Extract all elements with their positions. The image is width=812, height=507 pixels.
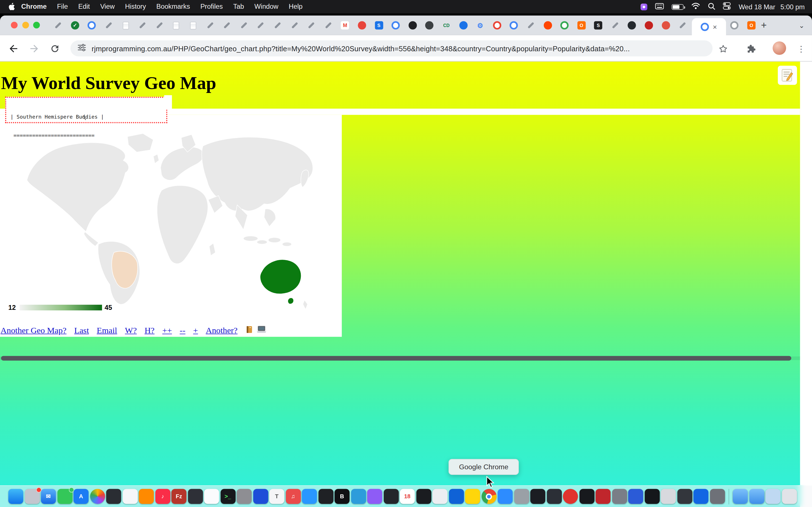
browser-tab[interactable] [607, 15, 624, 35]
site-settings-icon[interactable] [78, 43, 86, 54]
dock-icon[interactable] [514, 489, 529, 504]
browser-tab[interactable] [726, 15, 743, 35]
dock-podcasts[interactable] [367, 489, 382, 504]
back-button[interactable] [7, 43, 20, 55]
browser-tab[interactable]: O [573, 15, 590, 35]
browser-tab[interactable] [151, 15, 168, 35]
browser-tab[interactable] [50, 15, 66, 35]
browser-tab[interactable] [556, 15, 573, 35]
dock-icon[interactable] [547, 489, 562, 504]
menu-file[interactable]: File [52, 0, 73, 13]
tab-close-icon[interactable]: × [713, 23, 717, 31]
browser-tab[interactable]: CD [438, 15, 455, 35]
address-bar[interactable]: rjmprogramming.com.au/PHP/GeoChart/geo_c… [70, 40, 713, 56]
profile-avatar[interactable] [772, 41, 786, 55]
browser-tab[interactable] [168, 15, 185, 35]
browser-tab[interactable] [252, 15, 269, 35]
dock-icon[interactable] [122, 489, 137, 504]
zoom-window-button[interactable] [33, 22, 40, 29]
dock-icon[interactable] [204, 489, 219, 504]
dock-icon[interactable] [645, 489, 659, 504]
dock-icon[interactable] [677, 489, 692, 504]
dock-icon[interactable] [106, 489, 121, 504]
browser-tab[interactable] [202, 15, 218, 35]
control-center-icon[interactable] [723, 2, 731, 11]
dock-itunes[interactable]: ♫ [286, 489, 301, 504]
dock-terminal[interactable]: >_ [220, 489, 236, 504]
link-another[interactable]: Another? [206, 325, 238, 336]
dock-icon[interactable] [710, 489, 725, 504]
dock-zoom[interactable] [498, 489, 513, 504]
dock-icon[interactable] [449, 489, 464, 504]
dock-calendar[interactable]: 18 [400, 489, 415, 504]
menu-edit[interactable]: Edit [73, 0, 95, 13]
tab-search-button[interactable]: ⌄ [795, 18, 808, 32]
forward-button[interactable] [28, 43, 40, 55]
dock-photos[interactable] [90, 489, 105, 504]
dock-folder[interactable] [749, 489, 764, 504]
browser-tab[interactable] [624, 15, 641, 35]
dock-icon[interactable] [693, 489, 708, 504]
browser-tab[interactable] [100, 15, 117, 35]
menu-help[interactable]: Help [284, 0, 308, 13]
dock-icon[interactable] [530, 489, 545, 504]
dock-notes[interactable] [465, 489, 480, 504]
browser-tab[interactable]: S [370, 15, 388, 35]
dock-messages[interactable] [57, 489, 72, 504]
link-[interactable]: + [193, 325, 198, 336]
spotlight-search-icon[interactable] [708, 2, 716, 11]
active-tab[interactable]: × [692, 18, 726, 35]
horizontal-scrollbar-thumb[interactable] [1, 356, 792, 361]
url-text[interactable]: rjmprogramming.com.au/PHP/GeoChart/geo_c… [92, 44, 630, 52]
dock-icon[interactable] [253, 489, 268, 504]
browser-tab[interactable] [117, 15, 134, 35]
dock-icon[interactable] [628, 489, 643, 504]
extensions-icon[interactable] [745, 43, 757, 55]
browser-tab[interactable] [641, 15, 658, 35]
link-email[interactable]: Email [97, 325, 117, 336]
chrome-menu-icon[interactable]: ⋮ [796, 43, 806, 55]
dock-opera[interactable] [563, 489, 578, 504]
browser-tab[interactable] [421, 15, 438, 35]
browser-tab[interactable] [657, 15, 674, 35]
browser-tab[interactable] [522, 15, 539, 35]
dock-firefox[interactable] [139, 489, 154, 504]
menu-chrome[interactable]: Chrome [18, 0, 52, 13]
dock-icon[interactable] [237, 489, 252, 504]
dock-music[interactable]: ♪ [155, 489, 170, 504]
dock-app-store[interactable]: A [73, 489, 89, 504]
screen-share-status-icon[interactable] [641, 3, 648, 10]
link-[interactable]: ++ [162, 325, 172, 336]
battery-icon[interactable] [672, 4, 684, 10]
dock-trash[interactable] [782, 489, 797, 504]
dock-icon[interactable] [384, 489, 398, 504]
browser-tab[interactable] [84, 15, 100, 35]
browser-tab[interactable]: M [337, 15, 354, 35]
link-another-geo-map[interactable]: Another Geo Map? [1, 325, 66, 336]
browser-tab[interactable] [286, 15, 303, 35]
browser-tab[interactable] [506, 15, 522, 35]
bookmark-star-icon[interactable] [717, 43, 729, 55]
browser-tab[interactable] [236, 15, 252, 35]
browser-tab[interactable] [218, 15, 236, 35]
dock-icon[interactable] [416, 489, 431, 504]
dock-mail[interactable]: ✉ [41, 489, 56, 504]
dock-chrome[interactable] [481, 489, 496, 504]
link-w[interactable]: W? [125, 325, 137, 336]
dock-safari[interactable] [302, 489, 317, 504]
menu-tab[interactable]: Tab [228, 0, 249, 13]
reload-button[interactable] [49, 43, 61, 55]
close-window-button[interactable] [11, 22, 18, 29]
dock-icon[interactable] [579, 489, 594, 504]
link-h[interactable]: H? [145, 325, 154, 336]
laptop-icon[interactable] [256, 325, 267, 336]
browser-tab[interactable] [539, 15, 556, 35]
browser-tab[interactable] [185, 15, 202, 35]
dock-icon[interactable] [188, 489, 203, 504]
browser-tab[interactable] [134, 15, 151, 35]
keyboard-icon[interactable] [655, 3, 664, 11]
menu-profiles[interactable]: Profiles [195, 0, 228, 13]
dock-icon[interactable] [318, 489, 333, 504]
new-tab-button[interactable]: + [757, 18, 770, 32]
browser-tab[interactable]: S [590, 15, 607, 35]
